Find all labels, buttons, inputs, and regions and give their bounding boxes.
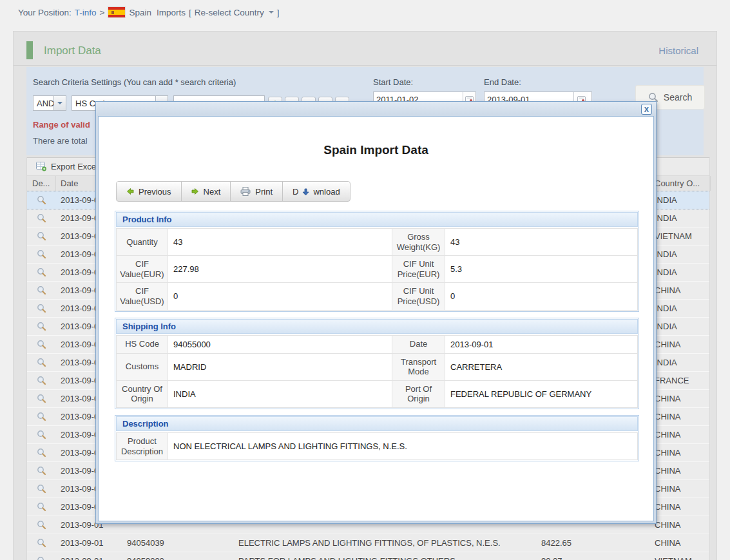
bracket-close: ] <box>277 8 280 17</box>
row-detail-button[interactable] <box>27 466 56 476</box>
detail-modal: X Spain Import Data Previous Next <box>95 101 657 524</box>
historical-link[interactable]: Historical <box>658 45 698 56</box>
cell-country: VIETNAM <box>651 231 711 241</box>
arrow-right-icon <box>191 188 199 195</box>
field-label: Customs <box>117 353 168 380</box>
field-label: CIF Unit Price(EUR) <box>392 256 445 283</box>
cell-value: 8422.65 <box>536 538 651 548</box>
row-detail-button[interactable] <box>27 502 56 512</box>
magnifier-icon <box>37 304 46 313</box>
field-value: 43 <box>445 229 638 256</box>
cell-country: INDIA <box>651 304 711 313</box>
row-detail-button[interactable] <box>27 304 56 313</box>
magnifier-icon <box>37 466 46 476</box>
section-title: Shipping Info <box>116 319 638 334</box>
arrow-left-icon <box>126 188 134 195</box>
modal-body: Spain Import Data Previous Next <box>98 116 654 521</box>
breadcrumb-tinfo-link[interactable]: T-info <box>75 8 97 17</box>
breadcrumb-country: Spain <box>129 8 151 17</box>
cell-country: CHINA <box>651 412 711 421</box>
magnifier-icon <box>37 394 46 403</box>
close-icon[interactable]: X <box>641 104 652 115</box>
field-value: 0 <box>168 283 392 310</box>
magnifier-icon <box>37 448 46 458</box>
row-detail-button[interactable] <box>27 213 56 223</box>
field-value: CARRETERA <box>445 353 638 380</box>
product-info-table: Quantity43Gross Weight(KG)43CIF Value(EU… <box>116 228 638 311</box>
section-title: Description <box>116 416 638 431</box>
row-detail-button[interactable] <box>27 340 56 349</box>
cell-date: 2013-09-01 <box>56 538 114 548</box>
breadcrumb-page: Imports <box>157 8 186 17</box>
row-detail-button[interactable] <box>27 267 56 277</box>
magnifier-icon <box>37 285 46 295</box>
row-detail-button[interactable] <box>27 249 56 259</box>
field-value: 2013-09-01 <box>445 335 638 353</box>
magnifier-icon <box>37 412 46 421</box>
cell-country: CHINA <box>651 448 711 458</box>
chevron-down-icon <box>269 11 274 16</box>
field-value: MADRID <box>168 353 392 380</box>
row-detail-button[interactable] <box>27 376 56 385</box>
row-detail-button[interactable] <box>27 412 56 421</box>
row-detail-button[interactable] <box>27 448 56 458</box>
download-button[interactable]: Dwnload <box>283 182 350 201</box>
field-value: NON ELECTRICAL LAMPS AND LIGHTING FITTIN… <box>168 432 638 459</box>
cell-country: CHINA <box>651 502 711 512</box>
modal-sections: Product Info Quantity43Gross Weight(KG)4… <box>115 211 639 467</box>
next-button[interactable]: Next <box>182 182 231 201</box>
description-section: Description Product DescriptionNON ELECT… <box>115 415 639 461</box>
export-excel-button[interactable]: Export Excel <box>32 160 102 173</box>
reselect-country-link[interactable]: Re-select Country <box>195 8 264 17</box>
chevron-down-icon[interactable] <box>53 96 66 110</box>
row-detail-button[interactable] <box>27 556 56 560</box>
table-row[interactable]: 2013-09-0194054039ELECTRIC LAMPS AND LIG… <box>27 534 709 552</box>
cell-country: INDIA <box>651 249 711 259</box>
magnifier-icon <box>37 556 46 560</box>
section-title: Product Info <box>116 212 638 227</box>
field-label: Transport Mode <box>392 353 445 380</box>
cell-country: INDIA <box>651 195 711 205</box>
header-country: Country O... <box>651 176 711 191</box>
field-label: CIF Value(USD) <box>117 283 168 310</box>
shipping-info-section: Shipping Info HS Code94055000Date2013-09… <box>115 318 639 409</box>
cell-hs-code: 94054039 <box>114 538 236 548</box>
magnifier-icon <box>37 502 46 512</box>
row-detail-button[interactable] <box>27 430 56 439</box>
accent-bar <box>26 41 33 59</box>
cell-country: CHINA <box>651 430 711 439</box>
cell-country: CHINA <box>651 285 711 295</box>
cell-date: 2013-09-01 <box>56 556 114 560</box>
row-detail-button[interactable] <box>27 484 56 494</box>
breadcrumb-separator: > <box>100 8 105 17</box>
row-detail-button[interactable] <box>27 394 56 403</box>
row-detail-button[interactable] <box>27 231 56 241</box>
row-detail-button[interactable] <box>27 520 56 530</box>
field-value: FEDERAL REPUBLIC OF GERMANY <box>445 380 638 407</box>
modal-title: Spain Import Data <box>99 143 653 157</box>
print-button[interactable]: Print <box>231 182 283 201</box>
row-detail-button[interactable] <box>27 358 56 367</box>
cell-country: INDIA <box>651 358 711 367</box>
total-notice: There are total <box>33 136 88 146</box>
magnifier-icon <box>37 249 46 259</box>
previous-button[interactable]: Previous <box>117 182 182 201</box>
cell-country: VIETNAM <box>651 556 711 560</box>
cell-country: INDIA <box>651 213 711 223</box>
row-detail-button[interactable] <box>27 322 56 331</box>
magnifier-icon <box>37 358 46 367</box>
table-row[interactable]: 2013-09-0194059000PARTS FOR LAMPS AND LI… <box>27 552 709 560</box>
breadcrumb-prefix: Your Position: <box>18 8 72 17</box>
field-label: HS Code <box>117 335 168 353</box>
magnifier-icon <box>37 231 46 241</box>
cell-country: CHINA <box>651 484 711 494</box>
row-detail-button[interactable] <box>27 285 56 295</box>
breadcrumb: Your Position: T-info > Spain Imports [ … <box>18 6 280 18</box>
magnifier-icon <box>37 322 46 331</box>
row-detail-button[interactable] <box>27 195 56 205</box>
row-detail-button[interactable] <box>27 538 56 548</box>
field-value: 43 <box>168 229 392 256</box>
field-value: 0 <box>445 283 638 310</box>
page-title: Import Data <box>44 44 101 57</box>
logic-operator-select[interactable]: AND <box>33 95 66 111</box>
